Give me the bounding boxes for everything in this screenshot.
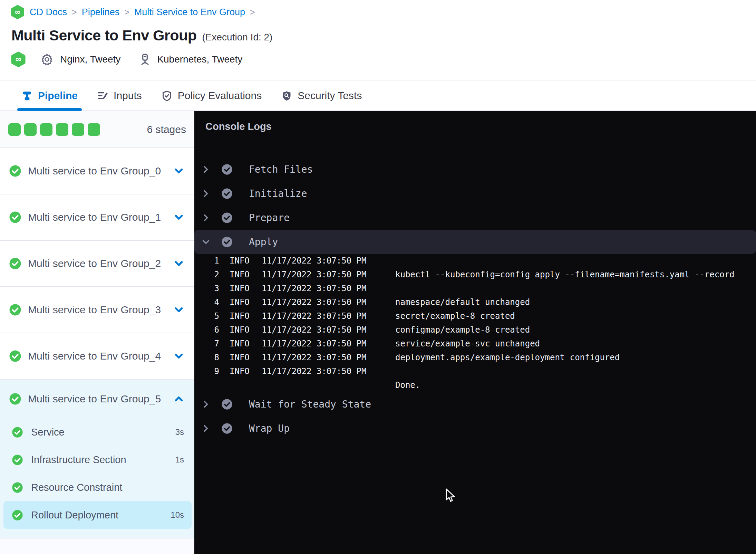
log-line: 9 INFO 11/17/2022 3:07:50 PM (194, 364, 756, 378)
console-section-row[interactable]: Apply (194, 230, 756, 254)
console-logs-panel: Console Logs Fetch Files Initialize Prep… (194, 111, 756, 554)
log-message: deployment.apps/example-deployment confi… (395, 351, 756, 364)
services-label: Nginx, Tweety (60, 54, 120, 65)
log-line-number: 6 (194, 323, 219, 337)
chevron-down-icon[interactable] (174, 351, 184, 361)
log-timestamp: 11/17/2022 3:07:50 PM (262, 281, 395, 295)
log-level: INFO (230, 268, 251, 281)
page-title: Multi Service to Env Group (11, 27, 197, 44)
tab-inputs[interactable]: Inputs (97, 81, 142, 111)
environment-icon (138, 53, 152, 66)
stages-summary: 6 stages (0, 111, 194, 148)
log-block: 1 INFO 11/17/2022 3:07:50 PM 2 INFO 11/1… (194, 254, 756, 392)
log-timestamp: 11/17/2022 3:07:50 PM (262, 337, 395, 351)
breadcrumb-link[interactable]: Pipelines (82, 7, 120, 18)
step-row[interactable]: Rollout Deployment 10s (3, 501, 192, 529)
stage-progress-square[interactable] (88, 123, 100, 136)
breadcrumb-link[interactable]: Multi Service to Env Group (134, 7, 245, 18)
tab-pipeline[interactable]: Pipeline (21, 81, 78, 111)
log-closing-line: Done. (194, 378, 756, 392)
console-section-row[interactable]: Wrap Up (194, 416, 756, 440)
console-section-name: Initialize (249, 188, 307, 199)
success-check-icon (9, 211, 21, 223)
success-check-icon (12, 427, 23, 438)
success-check-icon (9, 350, 21, 362)
success-check-icon (221, 212, 233, 223)
success-check-icon (9, 257, 21, 270)
breadcrumb-separator: > (124, 7, 129, 17)
stage-progress-square[interactable] (56, 123, 68, 136)
log-line-number: 2 (194, 268, 219, 281)
security-tests-icon (281, 90, 292, 102)
log-message: Done. (395, 378, 756, 392)
page-header: ∞ CD Docs>Pipelines>Multi Service to Env… (0, 0, 756, 80)
chevron-down-icon[interactable] (174, 305, 184, 315)
log-line-number: 1 (194, 254, 219, 268)
log-line: 8 INFO 11/17/2022 3:07:50 PM deployment.… (194, 351, 756, 364)
log-line: 3 INFO 11/17/2022 3:07:50 PM (194, 281, 756, 295)
success-check-icon (221, 423, 233, 434)
console-section-row[interactable]: Fetch Files (194, 157, 756, 181)
chevron-down-icon[interactable] (174, 212, 184, 222)
stage-row[interactable]: Multi service to Env Group_3 (0, 287, 194, 333)
log-timestamp: 11/17/2022 3:07:50 PM (262, 254, 395, 268)
stage-row[interactable]: Multi service to Env Group_4 (0, 333, 194, 380)
stage-name: Multi service to Env Group_0 (28, 165, 161, 177)
console-section-name: Wait for Steady State (249, 399, 371, 410)
log-level: INFO (230, 364, 251, 378)
log-timestamp: 11/17/2022 3:07:50 PM (262, 323, 395, 337)
log-level: INFO (230, 254, 251, 268)
console-section-row[interactable]: Wait for Steady State (194, 392, 756, 416)
stage-progress-square[interactable] (40, 123, 52, 136)
console-section-name: Prepare (249, 212, 290, 223)
log-level (230, 378, 251, 392)
log-level: INFO (230, 281, 251, 295)
chevron-down-icon[interactable] (174, 258, 184, 269)
log-message: kubectl --kubeconfig=config apply --file… (395, 268, 756, 281)
tab-security-tests[interactable]: Security Tests (281, 81, 362, 111)
log-timestamp: 11/17/2022 3:07:50 PM (262, 268, 395, 281)
log-message (395, 254, 756, 268)
breadcrumb-link[interactable]: CD Docs (30, 7, 67, 18)
log-line: 5 INFO 11/17/2022 3:07:50 PM secret/exam… (194, 309, 756, 323)
stage-row[interactable]: Multi service to Env Group_2 (0, 241, 194, 287)
console-logs-header: Console Logs (194, 111, 756, 142)
success-check-icon (9, 393, 21, 405)
stage-progress-square[interactable] (24, 123, 37, 136)
main-content: 6 stages Multi service to Env Group_0 Mu… (0, 111, 756, 554)
stage-count-label: 6 stages (147, 124, 186, 135)
svg-text:∞: ∞ (14, 8, 21, 16)
log-message: namespace/default unchanged (395, 295, 756, 309)
step-row[interactable]: Service 3s (3, 418, 192, 446)
chevron-down-icon[interactable] (174, 166, 184, 176)
console-section-row[interactable]: Initialize (194, 181, 756, 206)
log-message (395, 281, 756, 295)
policy-evaluations-icon (161, 90, 173, 102)
stage-progress-square[interactable] (72, 123, 84, 136)
log-level: INFO (230, 351, 251, 364)
chevron-right-icon (201, 424, 211, 433)
console-logs-title: Console Logs (205, 121, 272, 132)
success-check-icon (12, 482, 23, 493)
environments-label: Kubernetes, Tweety (157, 54, 242, 65)
log-message: secret/example-8 created (395, 309, 756, 323)
console-logs-body: Fetch Files Initialize Prepare Apply 1 I… (194, 142, 756, 440)
tab-policy-evaluations[interactable]: Policy Evaluations (161, 81, 262, 111)
stage-row[interactable]: Multi service to Env Group_1 (0, 194, 194, 241)
stage-progress-square[interactable] (8, 123, 21, 136)
stage-name: Multi service to Env Group_2 (28, 258, 161, 269)
stage-list: Multi service to Env Group_0 Multi servi… (0, 148, 194, 538)
stage-row[interactable]: Multi service to Env Group_5 (0, 380, 194, 418)
step-row[interactable]: Infrastructure Section 1s (3, 446, 192, 474)
console-section-row[interactable]: Prepare (194, 206, 756, 230)
stage-progress-squares (8, 123, 100, 136)
success-check-icon (12, 454, 23, 466)
log-line-number: 5 (194, 309, 219, 323)
chevron-up-icon[interactable] (174, 394, 184, 404)
stage-row[interactable]: Multi service to Env Group_0 (0, 148, 194, 194)
step-row[interactable]: Resource Constraint (3, 474, 192, 501)
tab-label: Security Tests (298, 90, 362, 102)
success-check-icon (12, 509, 23, 521)
log-timestamp: 11/17/2022 3:07:50 PM (262, 351, 395, 364)
log-line-number: 8 (194, 351, 219, 364)
